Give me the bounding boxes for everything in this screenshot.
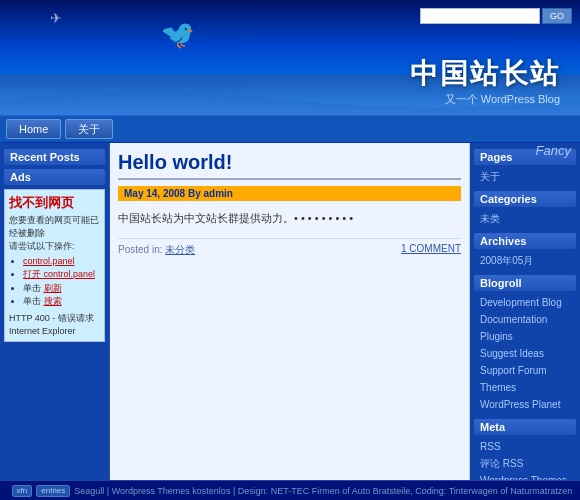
bird-small-decoration: ✈ — [50, 10, 62, 26]
search-bar: GO — [420, 8, 572, 24]
archive-2008-05-link[interactable]: 2008年05月 — [474, 252, 576, 269]
blogroll-link-1[interactable]: Documentation — [474, 311, 576, 328]
ads-box: 找不到网页 您要查看的网页可能已经被删除 请尝试以下操作: control.pa… — [4, 189, 105, 342]
categories-title: Categories — [474, 191, 576, 207]
footer-icons: xfn entries — [12, 485, 71, 497]
meta-comment-rss-link[interactable]: 评论 RSS — [474, 455, 576, 472]
ads-sub: 您要查看的网页可能已经被删除 — [9, 214, 100, 240]
http-error: HTTP 400 - 错误请求Internet Explorer — [9, 312, 100, 337]
error-link-2[interactable]: 打开 control.panel — [23, 269, 95, 279]
error-link-1[interactable]: control.panel — [23, 256, 75, 266]
page-about-link[interactable]: 关于 — [474, 168, 576, 185]
main-content: Hello world! May 14, 2008 By admin 中国站长站… — [110, 143, 470, 480]
site-header: 🐦 ✈ 中国站长站 又一个 WordPress Blog GO — [0, 0, 580, 115]
blogroll-title: Blogroll — [474, 275, 576, 291]
archives-section: Archives 2008年05月 — [474, 233, 576, 269]
category-link-sidebar[interactable]: 未类 — [474, 210, 576, 227]
blogroll-link-2[interactable]: Plugins — [474, 328, 576, 345]
error-content: 请尝试以下操作: control.panel 打开 control.panel … — [9, 240, 100, 337]
blogroll-link-4[interactable]: Support Forum — [474, 362, 576, 379]
error-link-4[interactable]: 搜索 — [44, 296, 62, 306]
ads-title: Ads — [4, 169, 105, 185]
fancy-label: Fancy — [536, 143, 571, 158]
blogroll-link-0[interactable]: Development Blog — [474, 294, 576, 311]
nav-about-button[interactable]: 关于 — [65, 119, 113, 139]
site-footer: xfn entries Seagull | Wordpress Themes k… — [0, 480, 580, 500]
entries-badge: entries — [36, 485, 70, 497]
blogroll-link-6[interactable]: WordPress Planet — [474, 396, 576, 413]
bird-decoration: 🐦 — [160, 18, 195, 51]
recent-posts-title: Recent Posts — [4, 149, 105, 165]
blogroll-link-3[interactable]: Suggest Ideas — [474, 345, 576, 362]
site-subtitle: 又一个 WordPress Blog — [445, 92, 560, 107]
xfn-badge: xfn — [12, 485, 33, 497]
ads-content: 找不到网页 — [9, 194, 100, 212]
meta-rss-link[interactable]: RSS — [474, 438, 576, 455]
right-sidebar: Pages 关于 Categories 未类 Archives 2008年05月… — [470, 143, 580, 480]
post-category: Posted in: 未分类 — [118, 243, 195, 257]
left-sidebar: Recent Posts Ads 找不到网页 您要查看的网页可能已经被删除 请尝… — [0, 143, 110, 480]
meta-wp-themes-link[interactable]: Wordpress Themes — [474, 472, 576, 480]
categories-section: Categories 未类 — [474, 191, 576, 227]
footer-text: Seagull | Wordpress Themes kostenlos | D… — [74, 486, 572, 496]
nav-bar: Home 关于 — [0, 115, 580, 143]
search-input[interactable] — [420, 8, 540, 24]
blogroll-section: Blogroll Development Blog Documentation … — [474, 275, 576, 413]
post-footer: Posted in: 未分类 1 COMMENT — [118, 238, 461, 257]
post-title: Hello world! — [118, 151, 461, 180]
blogroll-link-5[interactable]: Themes — [474, 379, 576, 396]
meta-title: Meta — [474, 419, 576, 435]
category-link[interactable]: 未分类 — [165, 244, 195, 255]
main-layout: Recent Posts Ads 找不到网页 您要查看的网页可能已经被删除 请尝… — [0, 143, 580, 480]
nav-home-button[interactable]: Home — [6, 119, 61, 139]
archives-title: Archives — [474, 233, 576, 249]
comment-link[interactable]: 1 COMMENT — [401, 243, 461, 257]
error-link-3[interactable]: 刷新 — [44, 283, 62, 293]
search-button[interactable]: GO — [542, 8, 572, 24]
site-title: 中国站长站 — [410, 55, 560, 93]
post-body: 中国站长站为中文站长群提供动力。• • • • • • • • • — [118, 207, 461, 230]
post-meta: May 14, 2008 By admin — [118, 186, 461, 201]
meta-section: Meta RSS 评论 RSS Wordpress Themes — [474, 419, 576, 480]
